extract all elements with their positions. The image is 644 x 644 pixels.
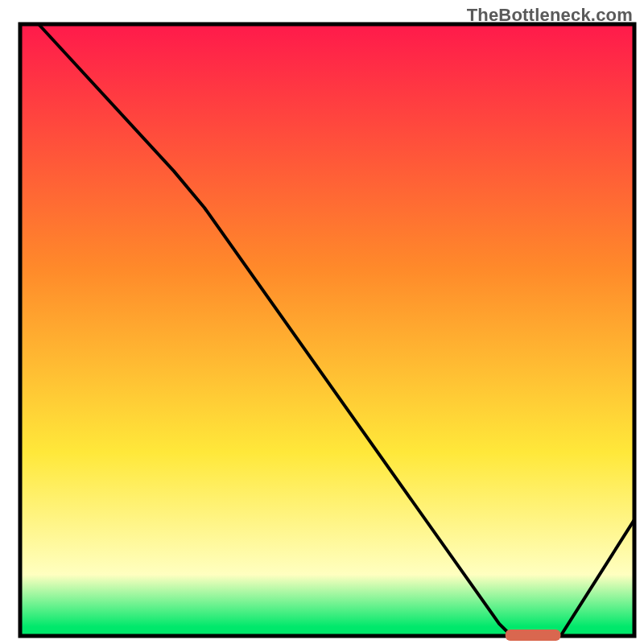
optimum-marker (506, 630, 561, 641)
chart-container: TheBottleneck.com (0, 0, 644, 644)
watermark-text: TheBottleneck.com (467, 5, 633, 26)
plot-background (20, 24, 634, 636)
chart-svg (0, 0, 644, 644)
